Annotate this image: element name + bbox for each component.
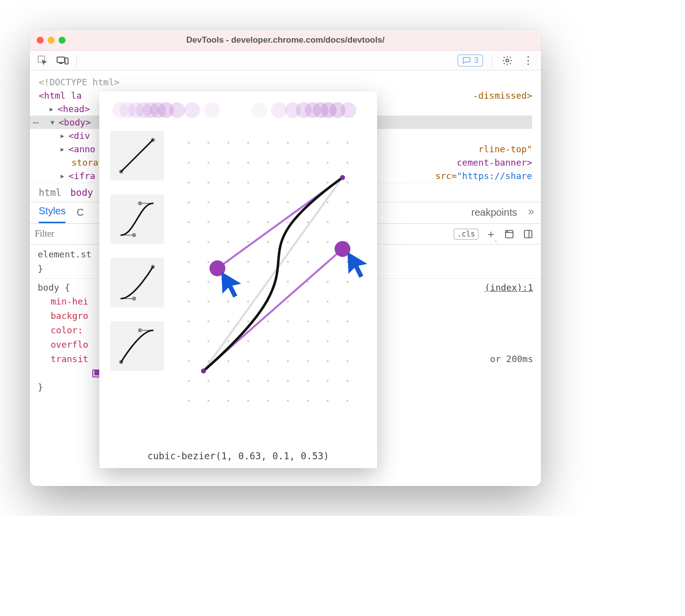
tab-styles[interactable]: Styles: [39, 205, 66, 223]
source-link[interactable]: (index):1: [484, 281, 533, 295]
dom-announcement[interactable]: <anno: [68, 142, 95, 156]
svg-point-123: [227, 320, 229, 322]
ellipsis-icon[interactable]: ⋯: [33, 115, 38, 130]
svg-point-160: [247, 400, 249, 402]
preset-linear[interactable]: [110, 131, 164, 181]
easing-presets: [110, 128, 164, 448]
svg-point-84: [346, 221, 348, 223]
svg-point-80: [267, 221, 269, 223]
svg-point-86: [207, 241, 209, 243]
svg-point-111: [346, 281, 348, 283]
svg-point-53: [267, 162, 269, 164]
devtools-toolbar: 3 ⋮: [30, 51, 541, 70]
svg-point-113: [207, 301, 209, 303]
svg-point-77: [207, 221, 209, 223]
minimize-window-icon[interactable]: [48, 37, 55, 44]
svg-point-65: [327, 182, 329, 184]
cursor-pointer-icon: [344, 250, 374, 280]
svg-point-117: [287, 301, 289, 303]
settings-gear-icon[interactable]: [501, 55, 513, 66]
svg-point-43: [247, 142, 249, 144]
svg-point-59: [207, 182, 209, 184]
device-toolbar-icon[interactable]: [57, 55, 68, 66]
inspect-element-icon[interactable]: [37, 55, 49, 66]
svg-point-129: [346, 320, 348, 322]
svg-point-64: [307, 182, 309, 184]
svg-point-143: [267, 360, 269, 362]
dom-div[interactable]: <div: [68, 129, 90, 142]
chevron-right-icon[interactable]: »: [528, 205, 532, 223]
selector: element.st: [38, 249, 91, 259]
svg-point-62: [267, 182, 269, 184]
svg-point-6: [507, 231, 507, 231]
divider: [492, 55, 492, 66]
svg-point-89: [267, 241, 269, 243]
preset-ease-in-out[interactable]: [110, 194, 164, 244]
collapse-icon[interactable]: ▼: [51, 118, 58, 127]
breadcrumb-item[interactable]: body: [70, 187, 93, 198]
svg-point-155: [327, 380, 329, 382]
svg-point-91: [307, 241, 309, 243]
preset-ease-out[interactable]: [110, 321, 164, 371]
svg-point-56: [327, 162, 329, 164]
dom-body[interactable]: <body>: [59, 116, 91, 129]
svg-point-44: [267, 142, 269, 144]
svg-point-48: [346, 142, 348, 144]
svg-point-94: [188, 261, 190, 263]
expand-icon[interactable]: ▶: [61, 131, 68, 140]
svg-point-20: [271, 102, 287, 118]
svg-point-148: [188, 380, 190, 382]
svg-point-133: [247, 340, 249, 342]
breadcrumb-item[interactable]: html: [39, 187, 62, 198]
dom-html-open[interactable]: <html la: [39, 89, 82, 102]
css-property[interactable]: transit: [51, 352, 88, 367]
expand-icon[interactable]: ▶: [61, 145, 68, 154]
svg-point-168: [340, 175, 345, 180]
svg-point-85: [188, 241, 190, 243]
svg-point-82: [307, 221, 309, 223]
close-window-icon[interactable]: [37, 37, 44, 44]
svg-point-70: [247, 201, 249, 203]
expand-icon[interactable]: ▶: [50, 105, 57, 114]
computed-styles-icon[interactable]: [503, 228, 515, 240]
preset-ease-in[interactable]: [110, 258, 164, 308]
bezier-canvas[interactable]: [174, 128, 366, 448]
dom-head[interactable]: <head>: [58, 102, 90, 116]
svg-point-124: [247, 320, 249, 322]
svg-point-88: [247, 241, 249, 243]
cls-toggle[interactable]: .cls: [454, 229, 479, 240]
svg-point-75: [346, 201, 348, 203]
traffic-lights: [37, 37, 66, 44]
new-style-rule-icon[interactable]: ＋.: [485, 227, 496, 242]
feedback-button[interactable]: 3: [458, 55, 483, 66]
toggle-sidebar-icon[interactable]: [522, 228, 534, 240]
svg-point-79: [247, 221, 249, 223]
svg-point-145: [307, 360, 309, 362]
svg-point-164: [327, 400, 329, 402]
dom-attr-hint: rline-top": [479, 142, 532, 156]
svg-point-92: [327, 241, 329, 243]
devtools-window: DevTools - developer.chrome.com/docs/dev…: [30, 30, 541, 486]
svg-point-16: [169, 102, 185, 118]
svg-point-19: [251, 102, 267, 118]
bezier-editor-popup: cubic-bezier(1, 0.63, 0.1, 0.53): [99, 91, 377, 468]
svg-point-71: [267, 201, 269, 203]
tab-computed-partial[interactable]: C: [76, 207, 83, 223]
css-value-fragment: or 200ms: [490, 352, 533, 367]
expand-icon[interactable]: ▶: [61, 172, 68, 181]
svg-point-49: [188, 162, 190, 164]
dom-iframe[interactable]: <ifra: [68, 169, 95, 183]
svg-point-167: [201, 369, 206, 373]
dom-doctype: <!DOCTYPE html>: [39, 75, 532, 89]
svg-point-69: [227, 201, 229, 203]
svg-point-63: [287, 182, 289, 184]
kebab-menu-icon[interactable]: ⋮: [522, 55, 534, 66]
svg-point-98: [267, 261, 269, 263]
svg-point-55: [307, 162, 309, 164]
svg-point-74: [327, 201, 329, 203]
svg-point-151: [247, 380, 249, 382]
svg-point-165: [346, 400, 348, 402]
svg-point-103: [188, 281, 190, 283]
zoom-window-icon[interactable]: [59, 37, 66, 44]
svg-point-67: [188, 201, 190, 203]
